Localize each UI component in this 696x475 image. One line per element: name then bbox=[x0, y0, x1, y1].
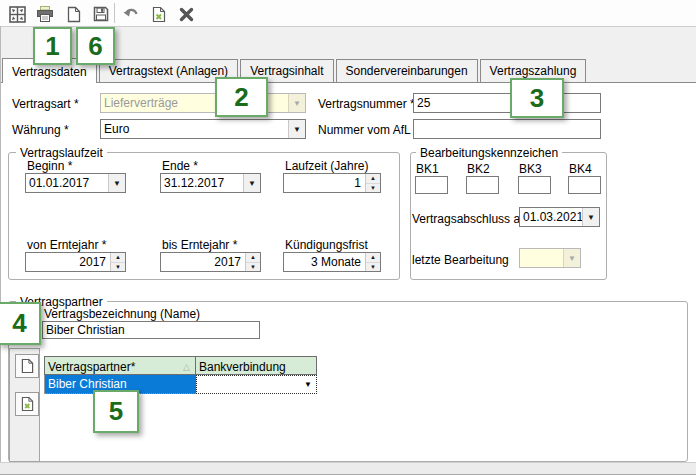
toolbar-separator bbox=[114, 3, 115, 23]
von-erntejahr-label: von Erntejahr * bbox=[27, 238, 106, 252]
callout-5: 5 bbox=[93, 390, 139, 433]
spin-up-icon[interactable]: ▲ bbox=[366, 174, 380, 184]
laufzeit-spinner[interactable]: 1 ▲▼ bbox=[283, 173, 381, 193]
tab-page-border bbox=[0, 82, 696, 83]
column-header-bankverbindung[interactable]: Bankverbindung bbox=[196, 356, 317, 375]
save-icon[interactable] bbox=[89, 3, 113, 25]
partner-table: Vertragspartner* △ Bankverbindung Biber … bbox=[44, 356, 317, 394]
beginn-label: Beginn * bbox=[27, 159, 72, 173]
beginn-value: 01.01.2017 bbox=[26, 174, 108, 192]
vertragsnummer-input[interactable] bbox=[413, 93, 601, 113]
status-bar bbox=[0, 462, 696, 475]
bk3-input[interactable] bbox=[518, 176, 551, 194]
vertragsart-label: Vertragsart * bbox=[12, 97, 79, 111]
dropdown-arrow-icon[interactable]: ▼ bbox=[300, 380, 316, 389]
callout-6: 6 bbox=[76, 27, 115, 65]
waehrung-value: Euro bbox=[101, 120, 288, 138]
letzte-bearbeitung-combo: ▼ bbox=[519, 248, 581, 268]
spin-up-icon[interactable]: ▲ bbox=[366, 253, 380, 263]
vertragsbezeichnung-input[interactable] bbox=[42, 321, 260, 339]
spin-down-icon[interactable]: ▼ bbox=[366, 263, 380, 272]
contract-window: Vertragsdaten Vertragstext (Anlagen) Ver… bbox=[0, 0, 696, 475]
vertragsabschluss-label: Vertragsabschluss am bbox=[412, 212, 530, 226]
sort-ascending-icon: △ bbox=[183, 362, 192, 372]
dropdown-arrow-icon[interactable]: ▼ bbox=[108, 174, 125, 192]
bk4-label: BK4 bbox=[569, 162, 592, 176]
bk2-label: BK2 bbox=[467, 162, 490, 176]
dropdown-arrow-icon[interactable]: ▼ bbox=[582, 208, 599, 226]
dropdown-arrow-icon: ▼ bbox=[288, 94, 305, 112]
column-header-vertragspartner[interactable]: Vertragspartner* △ bbox=[44, 356, 196, 375]
column-header-label: Bankverbindung bbox=[199, 360, 286, 374]
tab-sondervereinbarungen[interactable]: Sondervereinbarungen bbox=[336, 59, 478, 82]
nummer-vom-afl-input[interactable] bbox=[413, 119, 601, 139]
vertragsnummer-label: Vertragsnummer * bbox=[318, 97, 415, 111]
laufzeit-value: 1 bbox=[284, 174, 365, 192]
vertragsbezeichnung-label: Vertragsbezeichnung (Name) bbox=[44, 307, 200, 321]
main-toolbar bbox=[0, 0, 696, 26]
new-document-icon[interactable] bbox=[15, 354, 39, 378]
bis-erntejahr-label: bis Erntejahr * bbox=[162, 238, 237, 252]
window-panes-icon[interactable] bbox=[5, 3, 29, 25]
kuendigungsfrist-value: 3 Monate bbox=[284, 253, 365, 271]
callout-4: 4 bbox=[0, 302, 41, 345]
dropdown-arrow-icon[interactable]: ▼ bbox=[243, 174, 260, 192]
document-export-icon[interactable] bbox=[15, 392, 39, 416]
undo-icon[interactable] bbox=[119, 3, 143, 25]
letzte-bearbeitung-value bbox=[520, 249, 563, 267]
window-left-edge bbox=[0, 26, 1, 475]
bis-erntejahr-value: 2017 bbox=[161, 253, 245, 271]
print-icon[interactable] bbox=[33, 3, 57, 25]
bk4-input[interactable] bbox=[568, 176, 601, 194]
dropdown-arrow-icon: ▼ bbox=[563, 249, 580, 267]
bearbeitungskennzeichen-title: Bearbeitungskennzeichen bbox=[416, 146, 562, 160]
vertragslaufzeit-title: Vertragslaufzeit bbox=[16, 146, 107, 160]
spin-down-icon[interactable]: ▼ bbox=[111, 263, 125, 272]
waehrung-combo[interactable]: Euro ▼ bbox=[100, 119, 306, 139]
delete-icon[interactable] bbox=[174, 3, 198, 25]
spin-down-icon[interactable]: ▼ bbox=[246, 263, 260, 272]
spin-down-icon[interactable]: ▼ bbox=[366, 184, 380, 193]
von-erntejahr-value: 2017 bbox=[26, 253, 110, 271]
callout-2: 2 bbox=[215, 77, 268, 117]
waehrung-label: Währung * bbox=[12, 123, 69, 137]
table-row-bank-cell[interactable]: ▼ bbox=[196, 375, 317, 394]
new-document-icon[interactable] bbox=[62, 3, 86, 25]
von-erntejahr-spinner[interactable]: 2017 ▲▼ bbox=[25, 252, 126, 272]
bk2-input[interactable] bbox=[466, 176, 499, 194]
bis-erntejahr-spinner[interactable]: 2017 ▲▼ bbox=[160, 252, 261, 272]
nummer-vom-afl-label: Nummer vom AfL bbox=[318, 123, 411, 137]
ende-value: 31.12.2017 bbox=[161, 174, 243, 192]
column-header-label: Vertragspartner* bbox=[48, 360, 135, 374]
ende-label: Ende * bbox=[162, 159, 198, 173]
letzte-bearbeitung-label: letzte Bearbeitung bbox=[412, 253, 509, 267]
kuendigungsfrist-label: Kündigungsfrist bbox=[285, 238, 368, 252]
vertragsart-combo: Lieferverträge ▼ bbox=[100, 93, 306, 113]
dropdown-arrow-icon[interactable]: ▼ bbox=[288, 120, 305, 138]
callout-1: 1 bbox=[33, 27, 72, 65]
laufzeit-label: Laufzeit (Jahre) bbox=[285, 159, 368, 173]
vertragsabschluss-value: 01.03.2021 bbox=[520, 208, 582, 226]
ende-date-combo[interactable]: 31.12.2017 ▼ bbox=[160, 173, 261, 193]
callout-3: 3 bbox=[510, 78, 564, 118]
bk3-label: BK3 bbox=[519, 162, 542, 176]
bk1-label: BK1 bbox=[416, 162, 439, 176]
vertragsabschluss-date-combo[interactable]: 01.03.2021 ▼ bbox=[519, 207, 600, 227]
spin-up-icon[interactable]: ▲ bbox=[246, 253, 260, 263]
beginn-date-combo[interactable]: 01.01.2017 ▼ bbox=[25, 173, 126, 193]
bk1-input[interactable] bbox=[415, 176, 448, 194]
kuendigungsfrist-spinner[interactable]: 3 Monate ▲▼ bbox=[283, 252, 381, 272]
spin-up-icon[interactable]: ▲ bbox=[111, 253, 125, 263]
document-export-icon[interactable] bbox=[147, 3, 171, 25]
